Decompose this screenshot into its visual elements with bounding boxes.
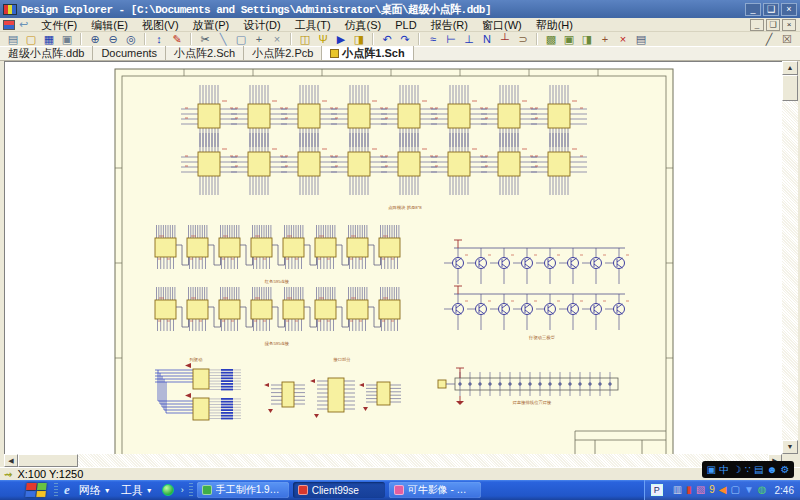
zoom-in-icon[interactable]: ⊕ [86,32,104,46]
menu-item[interactable]: 编辑(E) [84,18,135,32]
taskbar-clock[interactable]: 2:46 [775,485,794,496]
junction-icon[interactable]: + [596,32,614,46]
undo-icon[interactable]: ↶ [378,32,396,46]
vertical-scroll-thumb[interactable] [782,75,798,101]
annotate-pen-icon[interactable]: ✎ [168,32,186,46]
tab-超级小点阵.ddb[interactable]: 超级小点阵.ddb [0,46,93,60]
menu-item[interactable]: 报告(R) [424,18,475,32]
tray-guard-icon[interactable]: ◍ [758,481,767,499]
library-icon[interactable]: ◨ [350,32,368,46]
scroll-left-button[interactable]: ◀ [4,454,18,467]
horizontal-scroll-thumb[interactable] [18,454,78,467]
print-icon[interactable]: ▣ [58,32,76,46]
ime-language-icon[interactable]: 中 [719,462,729,478]
line-tool-icon[interactable]: ╲ [214,32,232,46]
mdi-restore-button[interactable]: ❑ [766,19,780,31]
bus-entry-icon[interactable]: ⊥ [460,32,478,46]
gate-icon[interactable]: ⊃ [514,32,532,46]
horizontal-scrollbar[interactable]: ◀ ▶ [4,454,782,467]
quicklaunch-expand-icon[interactable]: › [181,485,184,495]
task-button[interactable]: 可牛影像 - 图片管理 [389,482,481,498]
cursor-mode-icon: ⇝ [4,469,12,480]
schematic-sheet[interactable]: 点阵模块 就是8*8红色595连接绿色595连接行驱动三极管列驱动接口部分焊盘接… [5,62,783,455]
taskbar-toolbar-工具[interactable]: 工具▼ [121,483,153,498]
tab-小点阵2.Sch[interactable]: 小点阵2.Sch [166,46,244,60]
menu-item[interactable]: 文件(F) [34,18,84,32]
open-icon[interactable]: ▢ [22,32,40,46]
hierarchy-up-down-icon[interactable]: ↕ [150,32,168,46]
tray-photo-icon[interactable]: ▧ [696,481,705,499]
mdi-close-button[interactable]: × [782,19,796,31]
tray-window-icon[interactable]: ▢ [730,481,739,499]
chevron-down-icon[interactable]: ▼ [146,487,153,494]
new-document-icon[interactable]: ▤ [4,32,22,46]
restore-button[interactable]: ❑ [763,3,779,16]
zoom-out-icon[interactable]: ⊖ [104,32,122,46]
sheet-entry-icon[interactable]: ◨ [578,32,596,46]
ie-quicklaunch-icon[interactable]: e [64,482,70,498]
ime-fullwidth-icon[interactable]: ☽ [732,462,741,478]
minimize-button[interactable]: _ [745,3,761,16]
ime-logo-icon[interactable]: ▣ [707,462,716,478]
ime-settings-icon[interactable]: ⚙ [780,462,789,478]
schematic-canvas[interactable]: 点阵模块 就是8*8红色595连接绿色595连接行驱动三极管列驱动接口部分焊盘接… [4,61,782,454]
tab-小点阵1.Sch[interactable]: 小点阵1.Sch [322,46,413,60]
ime-language-bar[interactable]: ▣中☽∵▤☻⚙ [702,461,794,478]
menu-item[interactable]: 设计(D) [236,18,287,32]
sheet-symbol-icon[interactable]: ▣ [560,32,578,46]
draw-line-icon[interactable]: ╱ [760,32,778,46]
move-icon[interactable]: × [268,32,286,46]
tray-monitor-icon[interactable]: ▥ [673,481,682,499]
main-toolbar: ▤▢▦▣⊕⊖◎↕✎✂╲▢+×◫Ψ▶◨↶↷≈⊢⊥N┴⊃▩▣◨+×▤╱☒ [0,32,800,47]
crosshair-icon[interactable]: + [250,32,268,46]
menu-item[interactable]: 视图(V) [135,18,186,32]
zoom-window-icon[interactable]: ◎ [122,32,140,46]
start-button[interactable] [25,483,46,497]
taskbar-toolbar-网络[interactable]: 网络▼ [79,483,111,498]
selection-icon[interactable]: ▢ [232,32,250,46]
back-arrow-icon[interactable]: ↩ [19,18,28,31]
taskbar-toolbar-label: 网络 [79,483,101,498]
ime-keyboard-icon[interactable]: ▤ [754,462,763,478]
signal-tool-icon[interactable]: ☒ [778,32,796,46]
menu-item[interactable]: 仿真(S) [338,18,389,32]
net-label-icon[interactable]: N [478,32,496,46]
task-button[interactable]: Client99se [293,482,385,498]
ime-punctuation-icon[interactable]: ∵ [745,462,751,478]
title-bar: Design Explorer - [C:\Documents and Sett… [0,0,800,18]
mdi-minimize-button[interactable]: _ [750,19,764,31]
no-erc-icon[interactable]: × [614,32,632,46]
chevron-down-icon[interactable]: ▼ [104,487,111,494]
tray-number-icon[interactable]: 9 [709,481,715,499]
place-part-icon[interactable]: ▩ [542,32,560,46]
task-button[interactable]: 手工制作1.9cm的模... [197,482,289,498]
menu-item[interactable]: PLD [388,18,423,32]
tray-p-icon[interactable]: P [651,484,663,496]
tab-Documents[interactable]: Documents [93,46,166,60]
text-frame-icon[interactable]: ▤ [632,32,650,46]
bus-icon[interactable]: ⊢ [442,32,460,46]
ime-user-icon[interactable]: ☻ [767,462,778,478]
tray-volume-icon[interactable]: ◀ [719,481,727,499]
scroll-up-button[interactable]: ▲ [782,61,798,75]
save-icon[interactable]: ▦ [40,32,58,46]
run-icon[interactable]: ▶ [332,32,350,46]
green-app-quicklaunch-icon[interactable] [162,484,174,496]
close-button[interactable]: × [781,3,797,16]
menu-item[interactable]: 帮助(H) [529,18,580,32]
menu-item[interactable]: 放置(P) [186,18,237,32]
scroll-down-button[interactable]: ▼ [782,440,798,454]
document-system-icon[interactable] [3,20,15,30]
tab-小点阵2.Pcb[interactable]: 小点阵2.Pcb [244,46,322,60]
tray-chart-icon[interactable]: ▮ [686,481,692,499]
power-port-icon[interactable]: ┴ [496,32,514,46]
menu-item[interactable]: 工具(T) [288,18,338,32]
wizard-icon[interactable]: Ψ [314,32,332,46]
browse-library-icon[interactable]: ◫ [296,32,314,46]
redo-icon[interactable]: ↷ [396,32,414,46]
tray-shield-icon[interactable]: ▼ [744,481,754,499]
vertical-scrollbar[interactable]: ▲ ▼ [782,61,798,454]
cut-icon[interactable]: ✂ [196,32,214,46]
menu-item[interactable]: 窗口(W) [475,18,529,32]
wire-icon[interactable]: ≈ [424,32,442,46]
